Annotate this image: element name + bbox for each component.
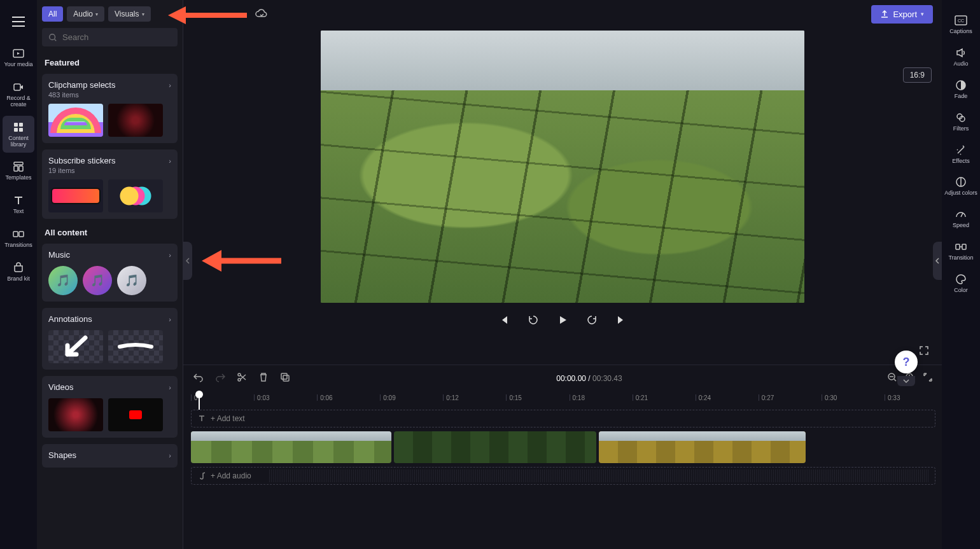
duplicate-button[interactable] — [279, 372, 291, 385]
text-track[interactable]: + Add text — [191, 410, 935, 427]
prop-audio[interactable]: Audio — [944, 41, 978, 73]
timeline-tracks: + Add text + Add audio — [191, 410, 942, 549]
nav-label: Record & create — [3, 95, 34, 108]
chevron-right-icon: › — [169, 384, 171, 391]
thumb-video-2[interactable] — [108, 398, 163, 431]
svg-rect-7 — [14, 166, 18, 171]
prop-captions[interactable]: CC Captions — [944, 9, 978, 40]
card-videos[interactable]: Videos › — [42, 376, 178, 438]
play-button[interactable] — [554, 312, 571, 328]
thumb-arrow[interactable] — [48, 330, 103, 363]
svg-text:CC: CC — [958, 18, 964, 23]
clip-2[interactable] — [394, 431, 596, 463]
search-input[interactable] — [62, 32, 171, 42]
nav-brand-kit[interactable]: Brand kit — [3, 256, 34, 288]
card-clipchamp-selects[interactable]: Clipchamp selects › 483 items — [42, 74, 178, 143]
chevron-right-icon: › — [169, 251, 171, 259]
timeline-time: 00:00.00 / 00:30.43 — [300, 374, 878, 383]
right-properties-rail: CC Captions Audio Fade Filters Effects A… — [942, 0, 980, 549]
expand-down-button[interactable] — [897, 376, 915, 386]
prop-speed[interactable]: Speed — [944, 203, 978, 234]
aspect-ratio-badge[interactable]: 16:9 — [903, 67, 932, 83]
nav-content-library[interactable]: Content library — [3, 116, 34, 153]
redo-button[interactable] — [214, 372, 227, 385]
skip-end-button[interactable] — [613, 312, 629, 328]
delete-button[interactable] — [257, 372, 270, 385]
export-button[interactable]: Export ▾ — [871, 5, 933, 24]
thumb-underline[interactable] — [108, 330, 163, 363]
clip-1[interactable] — [191, 431, 391, 463]
nav-transitions[interactable]: Transitions — [3, 223, 34, 254]
speaker-icon — [955, 46, 967, 59]
nav-record-create[interactable]: Record & create — [3, 76, 34, 113]
thumb-bells[interactable] — [108, 179, 163, 212]
card-shapes[interactable]: Shapes › — [42, 444, 178, 468]
upload-icon — [880, 10, 889, 18]
thumb-video-1[interactable] — [48, 398, 103, 431]
pill-visuals[interactable]: Visuals▾ — [108, 6, 150, 22]
svg-rect-2 — [14, 123, 18, 127]
svg-rect-5 — [19, 128, 23, 132]
prop-color[interactable]: Color — [944, 268, 978, 299]
card-music[interactable]: Music › 🎵 🎵 🎵 — [42, 244, 178, 302]
ruler-tick: 0:21 — [633, 394, 648, 401]
nav-your-media[interactable]: Your media — [3, 42, 34, 73]
pill-audio[interactable]: Audio▾ — [67, 6, 104, 22]
music-genre-3[interactable]: 🎵 — [117, 266, 146, 295]
ruler-tick: 0:33 — [885, 394, 900, 401]
svg-rect-6 — [14, 162, 23, 165]
svg-rect-14 — [281, 373, 287, 379]
split-button[interactable] — [235, 372, 248, 385]
thumb-subscribe[interactable] — [48, 179, 103, 212]
card-annotations[interactable]: Annotations › — [42, 308, 178, 370]
nav-label: Brand kit — [7, 276, 30, 282]
svg-rect-10 — [19, 232, 24, 237]
transitions-icon — [12, 228, 25, 240]
timeline: 00:00.00 / 00:30.43 00:030:060:090:120:1… — [183, 365, 942, 549]
nav-templates[interactable]: Templates — [3, 155, 34, 186]
preview-canvas[interactable] — [321, 31, 804, 303]
filter-pills: All Audio▾ Visuals▾ — [42, 6, 178, 28]
chevron-right-icon: › — [169, 452, 171, 459]
playhead[interactable] — [199, 392, 200, 410]
panel-collapse-handle[interactable] — [183, 242, 192, 280]
timeline-ruler[interactable]: 00:030:060:090:120:150:180:210:240:270:3… — [191, 392, 942, 410]
zoom-out-button[interactable] — [887, 372, 897, 385]
music-genre-1[interactable]: 🎵 — [48, 266, 78, 295]
card-subscribe-stickers[interactable]: Subscribe stickers › 19 items — [42, 149, 178, 219]
right-panel-collapse-handle[interactable] — [933, 242, 942, 280]
svg-point-13 — [238, 379, 241, 381]
prop-effects[interactable]: Effects — [944, 139, 978, 170]
menu-button[interactable] — [6, 9, 31, 34]
prop-transition[interactable]: Transition — [944, 235, 978, 267]
ruler-tick: 0:06 — [317, 394, 332, 401]
card-title: Clipchamp selects — [48, 80, 116, 90]
help-button[interactable]: ? — [895, 351, 918, 373]
clip-3[interactable] — [599, 431, 806, 463]
thumb-red-swirl[interactable] — [108, 104, 163, 137]
skip-start-button[interactable] — [496, 312, 512, 328]
audio-track[interactable]: + Add audio — [191, 467, 935, 485]
search-icon — [48, 33, 57, 42]
rewind-button[interactable] — [525, 312, 542, 328]
card-title: Music — [48, 250, 70, 260]
svg-rect-1 — [14, 84, 20, 90]
music-genre-2[interactable]: 🎵 — [83, 266, 112, 295]
prop-fade[interactable]: Fade — [944, 74, 978, 105]
forward-button[interactable] — [584, 312, 600, 328]
ruler-tick: 0:12 — [443, 394, 458, 401]
card-subtitle: 19 items — [48, 167, 171, 174]
nav-text[interactable]: Text — [3, 189, 34, 220]
fullscreen-button[interactable] — [919, 345, 929, 358]
svg-rect-24 — [956, 244, 960, 249]
thumb-rainbow[interactable] — [48, 104, 103, 137]
card-title: Subscribe stickers — [48, 156, 115, 165]
prop-filters[interactable]: Filters — [944, 106, 978, 137]
prop-adjust-colors[interactable]: Adjust colors — [944, 170, 978, 202]
cloud-sync-icon[interactable] — [255, 9, 267, 22]
ruler-tick: 0:24 — [696, 394, 711, 401]
search-box[interactable] — [42, 28, 178, 46]
undo-button[interactable] — [192, 372, 205, 385]
zoom-fit-button[interactable] — [923, 372, 933, 385]
pill-all[interactable]: All — [42, 6, 63, 22]
